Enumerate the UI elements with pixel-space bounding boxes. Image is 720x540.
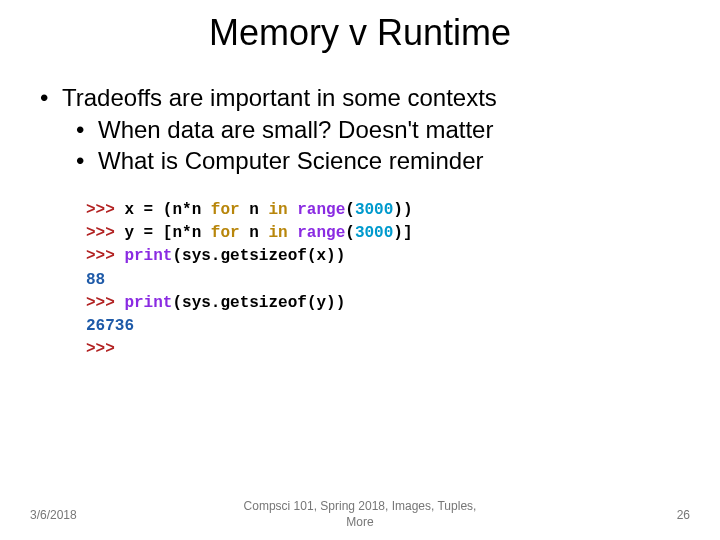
code-paren: )) [326, 294, 345, 312]
bullet-text: When data are small? Doesn't matter [98, 116, 493, 143]
code-identifier: n [172, 201, 182, 219]
code-snippet: >>> x = (n*n for n in range(3000)) >>> y… [86, 199, 720, 361]
code-operator: = ( [144, 201, 173, 219]
bullet-level1: Tradeoffs are important in some contexts [40, 84, 700, 112]
code-identifier: getsizeof [220, 247, 306, 265]
output-value: 26736 [86, 317, 134, 335]
code-paren: )) [326, 247, 345, 265]
repl-prompt: >>> [86, 224, 124, 242]
code-line: >>> print(sys.getsizeof(y)) [86, 292, 720, 315]
code-keyword: for [211, 224, 249, 242]
output-value: 88 [86, 271, 105, 289]
slide: Memory v Runtime Tradeoffs are important… [0, 0, 720, 540]
code-number: 3000 [355, 224, 393, 242]
code-identifier: n [249, 201, 268, 219]
bullet-text: What is Computer Science reminder [98, 147, 483, 174]
code-keyword: for [211, 201, 249, 219]
code-identifier: x [316, 247, 326, 265]
slide-title: Memory v Runtime [0, 12, 720, 54]
code-identifier: n [172, 224, 182, 242]
code-identifier: n [192, 201, 211, 219]
code-identifier: n [192, 224, 211, 242]
code-line: >>> [86, 338, 720, 361]
code-identifier: n [249, 224, 268, 242]
footer-center: Compsci 101, Spring 2018, Images, Tuples… [230, 499, 490, 530]
bullet-level2: What is Computer Science reminder [76, 147, 700, 175]
code-paren: )) [393, 201, 412, 219]
code-keyword: in [268, 201, 297, 219]
footer-date: 3/6/2018 [30, 508, 77, 522]
code-paren: ( [172, 294, 182, 312]
code-identifier: y [316, 294, 326, 312]
code-paren: )] [393, 224, 412, 242]
repl-prompt: >>> [86, 340, 124, 358]
repl-prompt: >>> [86, 201, 124, 219]
code-operator: * [182, 224, 192, 242]
code-identifier: y [124, 224, 143, 242]
code-function: range [297, 201, 345, 219]
code-paren: ( [345, 201, 355, 219]
code-identifier: x [124, 201, 143, 219]
footer-page-number: 26 [677, 508, 690, 522]
code-identifier: sys [182, 247, 211, 265]
code-operator: . [211, 294, 221, 312]
bullet-text: Tradeoffs are important in some contexts [62, 84, 497, 111]
code-paren: ( [345, 224, 355, 242]
code-line: >>> print(sys.getsizeof(x)) [86, 245, 720, 268]
code-paren: ( [172, 247, 182, 265]
code-line: >>> y = [n*n for n in range(3000)] [86, 222, 720, 245]
code-function: range [297, 224, 345, 242]
bullet-list: Tradeoffs are important in some contexts… [0, 84, 720, 175]
code-operator: * [182, 201, 192, 219]
repl-prompt: >>> [86, 247, 124, 265]
code-number: 3000 [355, 201, 393, 219]
repl-prompt: >>> [86, 294, 124, 312]
code-operator: = [ [144, 224, 173, 242]
code-identifier: getsizeof [220, 294, 306, 312]
code-operator: . [211, 247, 221, 265]
code-identifier: sys [182, 294, 211, 312]
code-keyword: in [268, 224, 297, 242]
code-output: 88 [86, 269, 720, 292]
code-line: >>> x = (n*n for n in range(3000)) [86, 199, 720, 222]
code-output: 26736 [86, 315, 720, 338]
bullet-level2: When data are small? Doesn't matter [76, 116, 700, 144]
code-function: print [124, 294, 172, 312]
footer: 3/6/2018 Compsci 101, Spring 2018, Image… [0, 508, 720, 522]
code-function: print [124, 247, 172, 265]
